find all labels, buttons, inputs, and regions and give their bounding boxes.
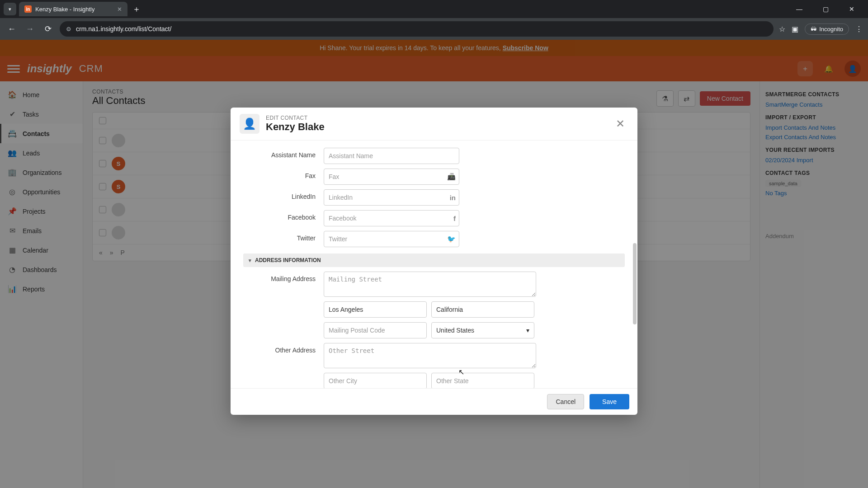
- address-section-header[interactable]: ▾ ADDRESS INFORMATION: [243, 253, 625, 267]
- browser-chrome: ▾ in Kenzy Blake - Insightly ✕ ＋ — ▢ ✕ ←…: [0, 0, 868, 40]
- facebook-label: Facebook: [243, 210, 316, 221]
- modal-title: Kenzy Blake: [266, 121, 325, 133]
- chevron-down-icon: ▾: [526, 327, 529, 334]
- reload-button[interactable]: ⟳: [42, 23, 54, 35]
- mailing-state-input[interactable]: [431, 301, 534, 318]
- select-value: United States: [436, 327, 474, 334]
- linkedin-label: LinkedIn: [243, 189, 316, 200]
- mailing-street-input[interactable]: [324, 272, 536, 297]
- site-info-icon[interactable]: ⚙: [66, 26, 71, 33]
- twitter-icon: 🐦: [447, 235, 456, 243]
- incognito-icon: 🕶: [811, 26, 816, 33]
- tab-title: Kenzy Blake - Insightly: [35, 6, 95, 13]
- mailing-address-label: Mailing Address: [243, 272, 316, 282]
- kebab-menu-icon[interactable]: ⋮: [855, 25, 863, 33]
- modal-close-button[interactable]: ✕: [612, 116, 628, 132]
- minimize-icon[interactable]: —: [790, 5, 808, 13]
- twitter-input[interactable]: [324, 231, 459, 247]
- section-title: ADDRESS INFORMATION: [255, 257, 321, 263]
- window-controls: — ▢ ✕: [790, 5, 864, 13]
- other-street-input[interactable]: [324, 343, 536, 368]
- modal-scrollbar-thumb[interactable]: [633, 243, 637, 324]
- url-text: crm.na1.insightly.com/list/Contact/: [76, 25, 171, 33]
- modal-body[interactable]: Assistant Name Fax 📠 LinkedIn in Faceboo…: [231, 141, 637, 388]
- address-bar: ← → ⟳ ⚙ crm.na1.insightly.com/list/Conta…: [0, 18, 868, 40]
- fax-input[interactable]: [324, 169, 459, 185]
- incognito-chip[interactable]: 🕶 Incognito: [805, 23, 849, 35]
- modal-header: 👤 EDIT CONTACT Kenzy Blake ✕: [231, 108, 637, 141]
- url-field[interactable]: ⚙ crm.na1.insightly.com/list/Contact/: [60, 21, 774, 37]
- bookmark-icon[interactable]: ☆: [779, 25, 785, 33]
- linkedin-input[interactable]: [324, 189, 459, 206]
- save-button[interactable]: Save: [590, 394, 629, 409]
- close-tab-icon[interactable]: ✕: [117, 6, 122, 13]
- tab-search-dropdown[interactable]: ▾: [4, 3, 16, 15]
- assistant-name-input[interactable]: [324, 148, 459, 164]
- facebook-icon: f: [453, 215, 456, 222]
- fax-icon: 📠: [447, 173, 456, 181]
- edit-contact-modal: 👤 EDIT CONTACT Kenzy Blake ✕ Assistant N…: [231, 108, 637, 415]
- fax-label: Fax: [243, 169, 316, 179]
- linkedin-icon: in: [450, 194, 456, 202]
- incognito-label: Incognito: [819, 26, 843, 33]
- chevron-down-icon: ▾: [249, 258, 251, 263]
- mailing-country-select[interactable]: United States ▾: [431, 322, 534, 338]
- tab-bar: ▾ in Kenzy Blake - Insightly ✕ ＋ — ▢ ✕: [0, 0, 868, 18]
- favicon-icon: in: [24, 5, 32, 13]
- back-button[interactable]: ←: [5, 23, 18, 35]
- panel-icon[interactable]: ▣: [792, 25, 798, 33]
- forward-button[interactable]: →: [24, 23, 36, 35]
- other-address-label: Other Address: [243, 343, 316, 354]
- twitter-label: Twitter: [243, 231, 316, 242]
- cancel-button[interactable]: Cancel: [547, 394, 584, 409]
- modal-footer: Cancel Save: [231, 388, 637, 415]
- mailing-city-input[interactable]: [324, 301, 427, 318]
- other-state-input[interactable]: [431, 373, 534, 388]
- contact-avatar-icon: 👤: [240, 114, 259, 134]
- other-city-input[interactable]: [324, 373, 427, 388]
- browser-tab[interactable]: in Kenzy Blake - Insightly ✕: [19, 2, 127, 16]
- new-tab-button[interactable]: ＋: [130, 3, 143, 15]
- close-window-icon[interactable]: ✕: [843, 5, 861, 13]
- modal-subtitle: EDIT CONTACT: [266, 115, 325, 121]
- assistant-name-label: Assistant Name: [243, 148, 316, 159]
- maximize-icon[interactable]: ▢: [816, 5, 835, 13]
- facebook-input[interactable]: [324, 210, 459, 226]
- app-viewport: Hi Shane. Your trial expires in 14 days.…: [0, 40, 868, 488]
- mailing-postal-input[interactable]: [324, 322, 427, 338]
